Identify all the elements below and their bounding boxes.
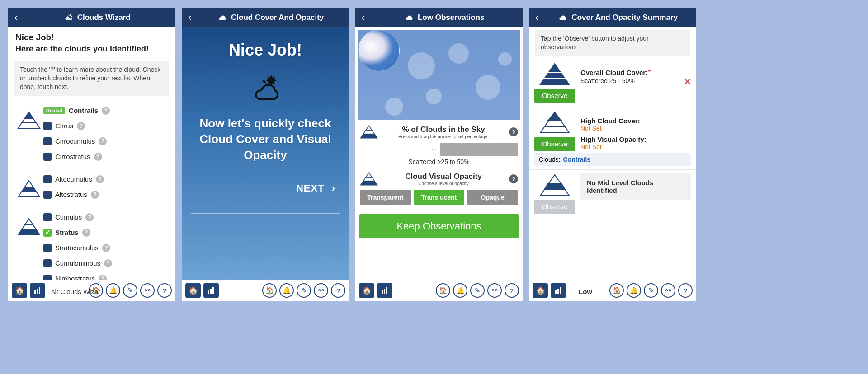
cloud-row[interactable]: Nimbostratus ?: [43, 271, 169, 280]
observe-button[interactable]: Observe: [534, 89, 575, 103]
home-button[interactable]: 🏠: [12, 283, 27, 298]
back-button[interactable]: ‹: [12, 12, 20, 23]
help-icon[interactable]: ?: [85, 213, 94, 221]
home-button[interactable]: 🏠: [533, 283, 548, 298]
high-opacity-value: Not Set: [580, 143, 691, 150]
wand-button[interactable]: ✎: [644, 283, 658, 298]
checkbox[interactable]: [43, 244, 52, 252]
cloud-row[interactable]: Cumulonimbus ?: [43, 256, 169, 271]
cloud-name: Cirrocumulus: [55, 137, 95, 145]
opacity-transparent-button[interactable]: Transparent: [360, 190, 411, 205]
cloud-photo-thumbnail[interactable]: [358, 30, 400, 71]
bottom-bar: 🏠 sit Clouds Wizar 🏠 🔔 ✎ ⚯ ?: [8, 280, 175, 301]
help-icon[interactable]: ?: [509, 127, 518, 136]
link-button[interactable]: ⚯: [314, 283, 328, 298]
cloud-row[interactable]: Altocumulus ?: [43, 172, 169, 187]
opacity-sub: Choose a level of opacity: [382, 181, 505, 186]
cloud-row[interactable]: Cumulus ?: [43, 210, 169, 225]
triangle-low-icon: [14, 210, 43, 236]
link-button[interactable]: ⚯: [487, 283, 502, 298]
peek-text: Low: [579, 288, 592, 295]
checkbox[interactable]: [43, 191, 52, 199]
cloud-row[interactable]: Cirrus ?: [43, 118, 169, 134]
cloud-row[interactable]: Revisit Contrails ?: [43, 103, 169, 118]
wand-button[interactable]: ✎: [123, 283, 137, 298]
high-cover-label: High Cloud Cover:: [580, 117, 691, 125]
help-icon[interactable]: ?: [96, 175, 104, 183]
back-button[interactable]: ‹: [185, 12, 194, 23]
help-icon[interactable]: ?: [94, 153, 102, 161]
help-icon[interactable]: ?: [77, 122, 85, 130]
cloud-tag[interactable]: Contrails: [563, 156, 590, 163]
instructions: Tap the 'Observe' button to adjust your …: [535, 30, 690, 56]
observe-button[interactable]: Observe: [534, 137, 575, 151]
cloud-row[interactable]: Cirrostratus ?: [43, 149, 169, 164]
drag-handle-icon[interactable]: ↔: [430, 145, 438, 154]
pct-section: % of Clouds in the Sky Press and drag th…: [355, 123, 523, 170]
clear-icon[interactable]: ✕: [684, 77, 691, 87]
wand-button[interactable]: ✎: [470, 283, 485, 298]
back-button[interactable]: ‹: [533, 12, 541, 23]
help-button[interactable]: ?: [678, 283, 693, 298]
link-button[interactable]: ⚯: [140, 283, 155, 298]
help-icon[interactable]: ?: [102, 107, 110, 115]
screen-summary: ‹ Cover And Opacity Summary Tap the 'Obs…: [529, 8, 696, 301]
home-circle-button[interactable]: 🏠: [609, 283, 624, 298]
keep-observations-button[interactable]: Keep Observations: [359, 214, 519, 238]
chart-button[interactable]: [551, 283, 566, 298]
cloud-row[interactable]: Stratocumulus ?: [43, 240, 169, 256]
checkbox[interactable]: [43, 259, 52, 267]
back-button[interactable]: ‹: [359, 12, 368, 23]
subheading: Here are the clouds you identified!: [8, 44, 175, 58]
link-button[interactable]: ⚯: [661, 283, 675, 298]
chart-button[interactable]: [203, 283, 219, 298]
pct-slider[interactable]: ↔: [360, 143, 518, 156]
opacity-opaque-button[interactable]: Opaque: [467, 190, 518, 205]
help-icon[interactable]: ?: [99, 275, 107, 280]
cloud-row[interactable]: Cirrocumulus ?: [43, 134, 169, 149]
help-button[interactable]: ?: [505, 283, 519, 298]
opacity-translucent-button[interactable]: Translucent: [414, 190, 465, 205]
wand-button[interactable]: ✎: [297, 283, 311, 298]
cloud-row[interactable]: Altostratus ?: [43, 187, 169, 202]
checkbox[interactable]: [43, 175, 52, 183]
help-button[interactable]: ?: [157, 283, 172, 298]
home-button[interactable]: 🏠: [359, 283, 374, 298]
checkbox[interactable]: [43, 137, 52, 145]
bell-button[interactable]: 🔔: [627, 283, 641, 298]
checkbox[interactable]: [43, 213, 52, 221]
home-circle-button[interactable]: 🏠: [436, 283, 450, 298]
header: ‹ Cover And Opacity Summary: [529, 8, 696, 27]
chart-button[interactable]: [30, 283, 45, 298]
home-button[interactable]: 🏠: [185, 283, 201, 298]
help-button[interactable]: ?: [331, 283, 345, 298]
help-icon[interactable]: ?: [102, 244, 110, 252]
triangle-high-icon: [14, 103, 43, 129]
bell-button[interactable]: 🔔: [279, 283, 294, 298]
help-icon[interactable]: ?: [91, 191, 99, 199]
content: Nice Job! Now let's quickly check Cloud …: [182, 27, 349, 280]
help-icon[interactable]: ?: [82, 229, 90, 237]
header: ‹ Low Observations: [355, 8, 523, 27]
message: Now let's quickly check Cloud Cover and …: [191, 116, 340, 163]
help-icon[interactable]: ?: [99, 137, 107, 145]
chart-button[interactable]: [377, 283, 392, 298]
checkbox[interactable]: [43, 153, 52, 161]
bottom-bar: 🏠 🏠 🔔 ✎ ⚯ ?: [182, 280, 349, 301]
help-icon[interactable]: ?: [104, 259, 112, 267]
svg-rect-22: [210, 289, 212, 294]
next-button[interactable]: NEXT ›: [191, 175, 340, 201]
bell-button[interactable]: 🔔: [453, 283, 467, 298]
bottom-bar: 🏠 🏠 🔔 ✎ ⚯ ?: [355, 280, 523, 301]
cloud-row[interactable]: Stratus ?: [43, 225, 169, 240]
triangle-mid-icon: [539, 173, 571, 197]
checkbox[interactable]: [43, 122, 52, 130]
checkbox[interactable]: [43, 229, 52, 237]
checkbox[interactable]: [43, 275, 52, 280]
bell-button[interactable]: 🔔: [106, 283, 120, 298]
help-icon[interactable]: ?: [509, 174, 518, 183]
cloud-name: Cumulonimbus: [55, 259, 100, 267]
keep-label: Keep Observations: [396, 220, 481, 232]
revisit-badge[interactable]: Revisit: [43, 107, 65, 114]
home-circle-button[interactable]: 🏠: [262, 283, 277, 298]
